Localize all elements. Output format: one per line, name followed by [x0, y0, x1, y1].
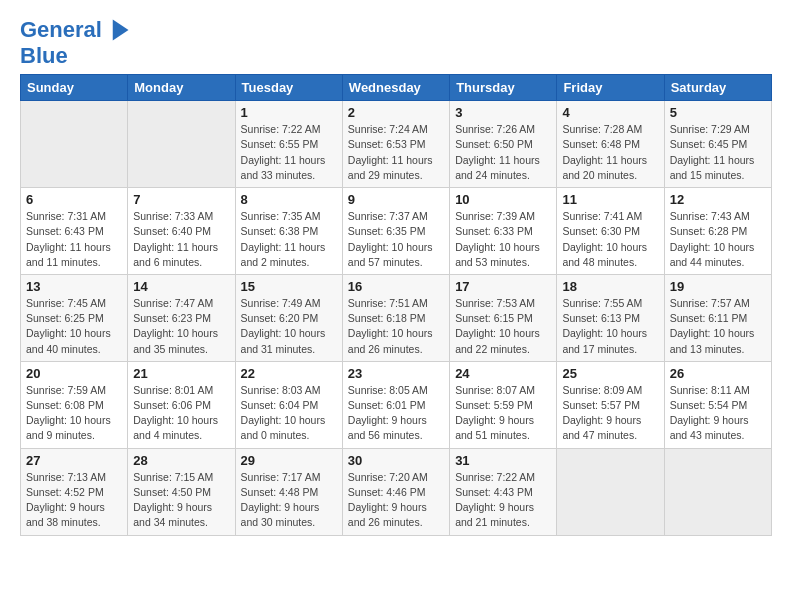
- day-number: 13: [26, 279, 122, 294]
- calendar-cell: 16Sunrise: 7:51 AM Sunset: 6:18 PM Dayli…: [342, 274, 449, 361]
- weekday-header: Tuesday: [235, 75, 342, 101]
- day-info: Sunrise: 8:11 AM Sunset: 5:54 PM Dayligh…: [670, 383, 766, 444]
- calendar-cell: 6Sunrise: 7:31 AM Sunset: 6:43 PM Daylig…: [21, 188, 128, 275]
- day-number: 17: [455, 279, 551, 294]
- calendar-table: SundayMondayTuesdayWednesdayThursdayFrid…: [20, 74, 772, 535]
- page: General Blue SundayMondayTuesdayWednesda…: [0, 0, 792, 546]
- day-info: Sunrise: 7:24 AM Sunset: 6:53 PM Dayligh…: [348, 122, 444, 183]
- calendar-cell: 30Sunrise: 7:20 AM Sunset: 4:46 PM Dayli…: [342, 448, 449, 535]
- calendar-cell: 17Sunrise: 7:53 AM Sunset: 6:15 PM Dayli…: [450, 274, 557, 361]
- day-info: Sunrise: 7:43 AM Sunset: 6:28 PM Dayligh…: [670, 209, 766, 270]
- day-number: 23: [348, 366, 444, 381]
- calendar-cell: 7Sunrise: 7:33 AM Sunset: 6:40 PM Daylig…: [128, 188, 235, 275]
- day-number: 11: [562, 192, 658, 207]
- weekday-header: Thursday: [450, 75, 557, 101]
- day-number: 14: [133, 279, 229, 294]
- day-info: Sunrise: 8:07 AM Sunset: 5:59 PM Dayligh…: [455, 383, 551, 444]
- day-info: Sunrise: 7:55 AM Sunset: 6:13 PM Dayligh…: [562, 296, 658, 357]
- calendar-cell: 29Sunrise: 7:17 AM Sunset: 4:48 PM Dayli…: [235, 448, 342, 535]
- day-number: 19: [670, 279, 766, 294]
- calendar-cell: 10Sunrise: 7:39 AM Sunset: 6:33 PM Dayli…: [450, 188, 557, 275]
- calendar-cell: 13Sunrise: 7:45 AM Sunset: 6:25 PM Dayli…: [21, 274, 128, 361]
- calendar-cell: 21Sunrise: 8:01 AM Sunset: 6:06 PM Dayli…: [128, 361, 235, 448]
- calendar-cell: [664, 448, 771, 535]
- weekday-header: Monday: [128, 75, 235, 101]
- day-info: Sunrise: 7:35 AM Sunset: 6:38 PM Dayligh…: [241, 209, 337, 270]
- day-info: Sunrise: 7:37 AM Sunset: 6:35 PM Dayligh…: [348, 209, 444, 270]
- calendar-cell: 27Sunrise: 7:13 AM Sunset: 4:52 PM Dayli…: [21, 448, 128, 535]
- day-info: Sunrise: 8:05 AM Sunset: 6:01 PM Dayligh…: [348, 383, 444, 444]
- day-info: Sunrise: 8:01 AM Sunset: 6:06 PM Dayligh…: [133, 383, 229, 444]
- day-number: 8: [241, 192, 337, 207]
- weekday-header: Friday: [557, 75, 664, 101]
- day-info: Sunrise: 7:41 AM Sunset: 6:30 PM Dayligh…: [562, 209, 658, 270]
- day-number: 22: [241, 366, 337, 381]
- day-info: Sunrise: 7:28 AM Sunset: 6:48 PM Dayligh…: [562, 122, 658, 183]
- day-info: Sunrise: 8:03 AM Sunset: 6:04 PM Dayligh…: [241, 383, 337, 444]
- day-number: 30: [348, 453, 444, 468]
- calendar-week-row: 1Sunrise: 7:22 AM Sunset: 6:55 PM Daylig…: [21, 101, 772, 188]
- calendar-cell: 15Sunrise: 7:49 AM Sunset: 6:20 PM Dayli…: [235, 274, 342, 361]
- day-number: 26: [670, 366, 766, 381]
- day-number: 29: [241, 453, 337, 468]
- calendar-header-row: SundayMondayTuesdayWednesdayThursdayFrid…: [21, 75, 772, 101]
- calendar-cell: 2Sunrise: 7:24 AM Sunset: 6:53 PM Daylig…: [342, 101, 449, 188]
- day-number: 4: [562, 105, 658, 120]
- day-number: 31: [455, 453, 551, 468]
- day-number: 25: [562, 366, 658, 381]
- weekday-header: Sunday: [21, 75, 128, 101]
- day-info: Sunrise: 7:31 AM Sunset: 6:43 PM Dayligh…: [26, 209, 122, 270]
- calendar-cell: 20Sunrise: 7:59 AM Sunset: 6:08 PM Dayli…: [21, 361, 128, 448]
- day-info: Sunrise: 7:47 AM Sunset: 6:23 PM Dayligh…: [133, 296, 229, 357]
- day-number: 2: [348, 105, 444, 120]
- calendar-cell: 12Sunrise: 7:43 AM Sunset: 6:28 PM Dayli…: [664, 188, 771, 275]
- calendar-week-row: 20Sunrise: 7:59 AM Sunset: 6:08 PM Dayli…: [21, 361, 772, 448]
- day-number: 1: [241, 105, 337, 120]
- calendar-week-row: 6Sunrise: 7:31 AM Sunset: 6:43 PM Daylig…: [21, 188, 772, 275]
- day-number: 9: [348, 192, 444, 207]
- calendar-cell: 18Sunrise: 7:55 AM Sunset: 6:13 PM Dayli…: [557, 274, 664, 361]
- calendar-cell: 4Sunrise: 7:28 AM Sunset: 6:48 PM Daylig…: [557, 101, 664, 188]
- calendar-cell: 28Sunrise: 7:15 AM Sunset: 4:50 PM Dayli…: [128, 448, 235, 535]
- calendar-cell: [128, 101, 235, 188]
- day-info: Sunrise: 8:09 AM Sunset: 5:57 PM Dayligh…: [562, 383, 658, 444]
- calendar-week-row: 13Sunrise: 7:45 AM Sunset: 6:25 PM Dayli…: [21, 274, 772, 361]
- logo-blue: Blue: [20, 44, 132, 68]
- calendar-cell: [557, 448, 664, 535]
- calendar-cell: 23Sunrise: 8:05 AM Sunset: 6:01 PM Dayli…: [342, 361, 449, 448]
- calendar-cell: 8Sunrise: 7:35 AM Sunset: 6:38 PM Daylig…: [235, 188, 342, 275]
- day-info: Sunrise: 7:29 AM Sunset: 6:45 PM Dayligh…: [670, 122, 766, 183]
- calendar-cell: 24Sunrise: 8:07 AM Sunset: 5:59 PM Dayli…: [450, 361, 557, 448]
- day-number: 27: [26, 453, 122, 468]
- day-info: Sunrise: 7:57 AM Sunset: 6:11 PM Dayligh…: [670, 296, 766, 357]
- day-number: 20: [26, 366, 122, 381]
- day-info: Sunrise: 7:22 AM Sunset: 6:55 PM Dayligh…: [241, 122, 337, 183]
- logo-text: General: [20, 18, 102, 42]
- calendar-cell: [21, 101, 128, 188]
- day-number: 16: [348, 279, 444, 294]
- day-info: Sunrise: 7:59 AM Sunset: 6:08 PM Dayligh…: [26, 383, 122, 444]
- day-info: Sunrise: 7:49 AM Sunset: 6:20 PM Dayligh…: [241, 296, 337, 357]
- day-number: 7: [133, 192, 229, 207]
- calendar-cell: 26Sunrise: 8:11 AM Sunset: 5:54 PM Dayli…: [664, 361, 771, 448]
- day-info: Sunrise: 7:45 AM Sunset: 6:25 PM Dayligh…: [26, 296, 122, 357]
- logo: General Blue: [20, 16, 132, 68]
- day-info: Sunrise: 7:15 AM Sunset: 4:50 PM Dayligh…: [133, 470, 229, 531]
- day-number: 6: [26, 192, 122, 207]
- day-number: 21: [133, 366, 229, 381]
- calendar-cell: 11Sunrise: 7:41 AM Sunset: 6:30 PM Dayli…: [557, 188, 664, 275]
- day-info: Sunrise: 7:26 AM Sunset: 6:50 PM Dayligh…: [455, 122, 551, 183]
- day-info: Sunrise: 7:22 AM Sunset: 4:43 PM Dayligh…: [455, 470, 551, 531]
- day-number: 12: [670, 192, 766, 207]
- calendar-cell: 31Sunrise: 7:22 AM Sunset: 4:43 PM Dayli…: [450, 448, 557, 535]
- day-number: 3: [455, 105, 551, 120]
- weekday-header: Saturday: [664, 75, 771, 101]
- calendar-cell: 9Sunrise: 7:37 AM Sunset: 6:35 PM Daylig…: [342, 188, 449, 275]
- day-info: Sunrise: 7:33 AM Sunset: 6:40 PM Dayligh…: [133, 209, 229, 270]
- day-number: 10: [455, 192, 551, 207]
- calendar-cell: 22Sunrise: 8:03 AM Sunset: 6:04 PM Dayli…: [235, 361, 342, 448]
- svg-marker-0: [113, 20, 129, 41]
- day-number: 5: [670, 105, 766, 120]
- weekday-header: Wednesday: [342, 75, 449, 101]
- calendar-cell: 3Sunrise: 7:26 AM Sunset: 6:50 PM Daylig…: [450, 101, 557, 188]
